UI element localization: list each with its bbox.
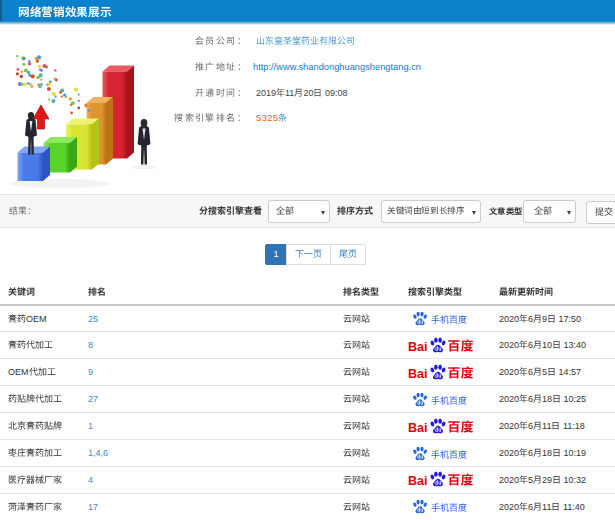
svg-text:Bai: Bai bbox=[408, 340, 427, 354]
svg-text:Bai: Bai bbox=[408, 367, 427, 381]
svg-text:Bai: Bai bbox=[408, 421, 427, 435]
svg-text:Bai: Bai bbox=[408, 474, 427, 488]
